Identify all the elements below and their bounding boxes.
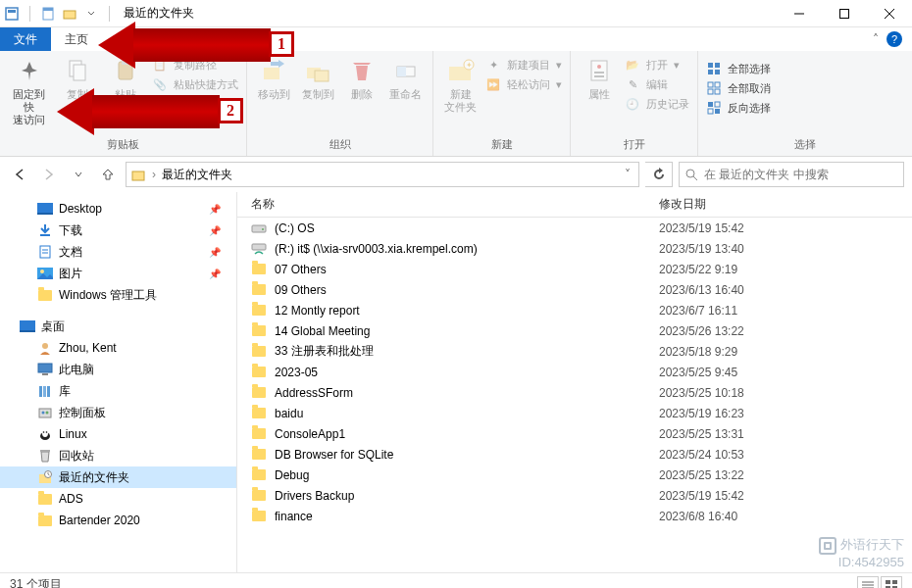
tree-item[interactable]: 库 (0, 380, 236, 402)
rename-button[interactable]: 重命名 (386, 55, 425, 101)
tree-item[interactable]: 文档📌 (0, 241, 236, 263)
column-date[interactable]: 修改日期 (659, 196, 912, 213)
tree-item[interactable]: ADS (0, 488, 236, 510)
back-button[interactable] (8, 163, 31, 186)
pin-to-quickaccess-button[interactable]: 固定到快 速访问 (8, 55, 50, 126)
forward-button[interactable] (37, 163, 61, 186)
edit-button[interactable]: ✎编辑 (625, 76, 689, 92)
qa-newfolder-icon[interactable] (62, 6, 77, 22)
tree-item[interactable]: 最近的文件夹 (0, 466, 236, 488)
copy-button[interactable]: 复制 (56, 55, 98, 101)
file-row[interactable]: AddressSForm2023/5/25 10:18 (237, 382, 912, 403)
properties-button[interactable]: 属性 (579, 55, 619, 101)
paste-button[interactable]: 粘贴 (104, 55, 146, 101)
search-input[interactable] (704, 168, 897, 181)
svg-rect-35 (708, 109, 713, 114)
view-thumbnails-button[interactable] (881, 576, 902, 589)
invert-selection-button[interactable]: 反向选择 (706, 100, 771, 116)
newfolder-button[interactable]: ✦新建 文件夹 (441, 55, 480, 114)
breadcrumb[interactable]: 最近的文件夹 (162, 167, 232, 183)
ribbon-collapse-icon[interactable]: ˄ (873, 32, 879, 46)
delete-button[interactable]: 删除 (343, 55, 381, 101)
tree-item[interactable]: Linux (0, 423, 236, 445)
file-row[interactable]: 09 Others2023/6/13 16:40 (237, 279, 912, 300)
tree-item[interactable]: 控制面板 (0, 402, 236, 423)
svg-point-62 (46, 431, 48, 433)
svg-rect-13 (264, 68, 279, 79)
tree-item[interactable]: Zhou, Kent (0, 337, 236, 359)
tree-item[interactable]: Windows 管理工具 (0, 284, 236, 306)
file-row[interactable]: Drivers Backup2023/5/19 15:42 (237, 485, 912, 506)
tree-item[interactable]: 下载📌 (0, 220, 236, 241)
selectnone-icon (706, 80, 722, 96)
file-row[interactable]: 33 注册表和批处理2023/5/18 9:29 (237, 341, 912, 362)
select-all-button[interactable]: 全部选择 (706, 61, 771, 76)
paste-shortcut-button[interactable]: 📎粘贴快捷方式 (152, 76, 238, 92)
svg-rect-49 (20, 330, 35, 332)
copy-path-button[interactable]: 📋复制路径 (152, 57, 238, 73)
qa-properties-icon[interactable] (40, 6, 56, 22)
file-row[interactable]: (C:) OS2023/5/19 15:42 (237, 218, 912, 238)
view-details-button[interactable] (857, 576, 879, 589)
file-date: 2023/6/13 16:40 (659, 283, 912, 297)
file-row[interactable]: 07 Others2023/5/22 9:19 (237, 259, 912, 279)
up-button[interactable] (96, 163, 120, 186)
qa-dropdown-icon[interactable] (83, 6, 99, 22)
navigation-tree[interactable]: Desktop📌下载📌文档📌图片📌Windows 管理工具桌面Zhou, Ken… (0, 192, 237, 572)
file-row[interactable]: DB Browser for SQLite2023/5/24 10:53 (237, 444, 912, 465)
tree-item[interactable]: 回收站 (0, 445, 236, 466)
refresh-button[interactable] (645, 162, 673, 187)
selectall-icon (706, 61, 722, 76)
svg-rect-68 (252, 244, 266, 250)
help-icon[interactable]: ? (887, 31, 902, 47)
search-box[interactable] (679, 162, 904, 187)
file-row[interactable]: 12 Montly report2023/6/7 16:11 (237, 300, 912, 320)
tree-item[interactable]: 图片📌 (0, 263, 236, 284)
file-list[interactable]: (C:) OS2023/5/19 15:42(R:) it$ (\\xia-sr… (237, 218, 912, 572)
desktop-icon (37, 201, 53, 217)
chevron-right-icon[interactable]: › (152, 168, 156, 181)
svg-rect-72 (886, 580, 890, 584)
easyaccess-button[interactable]: ⏩轻松访问▾ (485, 76, 562, 92)
svg-rect-34 (715, 102, 720, 107)
close-button[interactable] (867, 0, 912, 27)
select-none-button[interactable]: 全部取消 (706, 80, 771, 96)
file-row[interactable]: Debug2023/5/25 13:22 (237, 465, 912, 485)
folder-icon (251, 406, 267, 421)
svg-rect-15 (315, 71, 329, 81)
file-row[interactable]: 2023-052023/5/25 9:45 (237, 362, 912, 382)
file-row[interactable]: 14 Global Meeting2023/5/26 13:22 (237, 320, 912, 341)
properties-icon (583, 55, 615, 86)
folder-icon (251, 385, 267, 401)
address-bar[interactable]: › 最近的文件夹 ˅ (126, 162, 639, 187)
moveto-button[interactable]: 移动到 (255, 55, 293, 101)
file-name: 12 Montly report (275, 304, 360, 318)
open-button[interactable]: 📂打开▾ (625, 57, 689, 73)
file-row[interactable]: baidu2023/5/19 16:23 (237, 403, 912, 423)
folder-icon (37, 513, 53, 528)
tree-item[interactable]: 此电脑 (0, 359, 236, 380)
tab-file[interactable]: 文件 (0, 27, 51, 51)
minimize-button[interactable] (777, 0, 822, 27)
copyto-button[interactable]: 复制到 (299, 55, 337, 101)
open-icon: 📂 (625, 57, 640, 73)
column-name[interactable]: 名称 (237, 196, 659, 213)
maximize-button[interactable] (822, 0, 867, 27)
tree-section-desktop[interactable]: 桌面 (0, 316, 236, 337)
file-row[interactable]: ConsoleApp12023/5/25 13:31 (237, 423, 912, 444)
newitem-button[interactable]: ✦新建项目▾ (485, 57, 562, 73)
address-dropdown-icon[interactable]: ˅ (621, 168, 634, 181)
file-date: 2023/5/25 9:45 (659, 366, 912, 379)
tree-item[interactable]: Desktop📌 (0, 198, 236, 220)
history-button[interactable]: 🕘历史记录 (625, 96, 689, 112)
column-headers[interactable]: 名称 修改日期 (237, 192, 912, 218)
file-date: 2023/5/19 15:42 (659, 489, 912, 503)
edit-icon: ✎ (625, 76, 640, 92)
tab-home[interactable]: 主页 (51, 27, 102, 51)
file-date: 2023/5/18 9:29 (659, 345, 912, 359)
copyto-icon (302, 55, 333, 86)
file-row[interactable]: (R:) it$ (\\xia-srv0003.xia.krempel.com)… (237, 238, 912, 259)
tree-item[interactable]: Bartender 2020 (0, 510, 236, 531)
recent-locations-button[interactable] (67, 163, 90, 186)
file-row[interactable]: finance2023/6/8 16:40 (237, 506, 912, 526)
